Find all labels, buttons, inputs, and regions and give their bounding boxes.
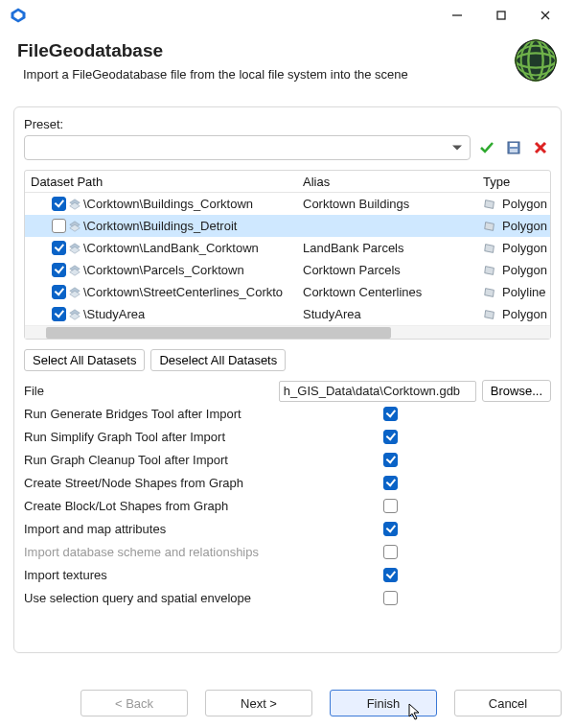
- layer-icon: [68, 242, 81, 255]
- maximize-button[interactable]: [479, 2, 523, 29]
- row-alias: Corktown Centerlines: [301, 285, 481, 299]
- option-label: Run Graph Cleanup Tool after Import: [24, 453, 228, 467]
- file-path-input[interactable]: h_GIS_Data\data\Corktown.gdb: [279, 381, 476, 402]
- row-alias: Corktown Parcels: [301, 263, 481, 277]
- browse-button[interactable]: Browse...: [482, 380, 551, 402]
- svg-marker-34: [485, 310, 494, 318]
- row-path: \Corktown\LandBank_Corktown: [83, 241, 259, 255]
- option-checkbox[interactable]: [383, 476, 398, 490]
- layer-icon: [68, 264, 81, 277]
- option-label: Create Street/Node Shapes from Graph: [24, 476, 243, 490]
- row-checkbox[interactable]: [52, 285, 66, 299]
- minimize-button[interactable]: [435, 2, 479, 29]
- option-label: Import and map attributes: [24, 522, 166, 536]
- dataset-table: Dataset Path Alias Type \Corktown\Buildi…: [24, 170, 551, 340]
- row-type: Polygon: [502, 241, 547, 255]
- dialog-header: FileGeodatabase Import a FileGeodatabase…: [0, 31, 575, 93]
- row-checkbox[interactable]: [52, 241, 66, 255]
- svg-rect-14: [510, 149, 518, 153]
- layer-icon: [68, 308, 81, 321]
- row-checkbox[interactable]: [52, 219, 66, 233]
- row-type: Polyline: [502, 285, 546, 299]
- preset-label: Preset:: [24, 117, 551, 131]
- row-type: Polygon: [502, 307, 547, 321]
- row-type: Polygon: [502, 219, 547, 233]
- option-label: Create Block/Lot Shapes from Graph: [24, 499, 228, 513]
- main-panel: Preset: Dataset Path Alias Type \Corktow…: [13, 106, 562, 653]
- cancel-button[interactable]: Cancel: [454, 690, 562, 716]
- col-header-alias[interactable]: Alias: [301, 175, 481, 189]
- preset-apply-icon[interactable]: [476, 137, 497, 158]
- preset-save-icon[interactable]: [503, 137, 524, 158]
- svg-marker-25: [485, 244, 494, 252]
- option-label: Use selection query and spatial envelope: [24, 591, 251, 605]
- horizontal-scrollbar[interactable]: [25, 325, 550, 339]
- col-header-type[interactable]: Type: [481, 175, 550, 189]
- option-checkbox[interactable]: [383, 499, 398, 513]
- option-checkbox[interactable]: [383, 430, 398, 444]
- cursor-icon: [408, 703, 422, 720]
- row-type: Polygon: [502, 197, 547, 211]
- row-path: \Corktown\Buildings_Corktown: [83, 197, 253, 211]
- row-path: \Corktown\Parcels_Corktown: [83, 263, 244, 277]
- option-label: Run Generate Bridges Tool after Import: [24, 407, 242, 421]
- geometry-icon: [483, 264, 496, 277]
- table-row[interactable]: \Corktown\LandBank_CorktownLandBank Parc…: [25, 237, 550, 259]
- row-checkbox[interactable]: [52, 307, 66, 321]
- back-button[interactable]: < Back: [80, 690, 188, 716]
- geometry-icon: [483, 286, 496, 299]
- next-button[interactable]: Next >: [205, 690, 312, 716]
- row-checkbox[interactable]: [52, 197, 66, 211]
- row-type: Polygon: [502, 263, 547, 277]
- app-icon: [10, 7, 27, 24]
- layer-icon: [68, 198, 81, 211]
- option-checkbox: [383, 545, 398, 559]
- layer-icon: [68, 286, 81, 299]
- svg-marker-19: [485, 200, 494, 208]
- table-header: Dataset Path Alias Type: [25, 171, 550, 193]
- table-row[interactable]: \Corktown\Buildings_CorktownCorktown Bui…: [25, 193, 550, 215]
- row-path: \Corktown\StreetCenterlines_Corkto: [83, 285, 283, 299]
- preset-delete-icon[interactable]: [530, 137, 551, 158]
- deselect-all-button[interactable]: Deselect All Datasets: [150, 349, 286, 371]
- option-checkbox[interactable]: [383, 522, 398, 536]
- option-label: Import textures: [24, 568, 107, 582]
- svg-rect-3: [497, 12, 505, 19]
- row-path: \StudyArea: [83, 307, 145, 321]
- geometry-icon: [483, 308, 496, 321]
- close-button[interactable]: [523, 2, 567, 29]
- option-checkbox[interactable]: [383, 407, 398, 421]
- option-label: Import database scheme and relationships: [24, 545, 259, 559]
- svg-marker-31: [485, 288, 494, 296]
- row-alias: LandBank Parcels: [301, 241, 481, 255]
- geometry-icon: [483, 198, 496, 211]
- file-label: File: [24, 384, 44, 398]
- svg-marker-22: [485, 222, 494, 230]
- table-row[interactable]: \Corktown\StreetCenterlines_CorktoCorkto…: [25, 281, 550, 303]
- geometry-icon: [483, 242, 496, 255]
- option-checkbox[interactable]: [383, 591, 398, 605]
- dialog-title: FileGeodatabase: [17, 40, 558, 61]
- row-path: \Corktown\Buildings_Detroit: [83, 219, 237, 233]
- row-checkbox[interactable]: [52, 263, 66, 277]
- geometry-icon: [483, 220, 496, 233]
- svg-marker-28: [485, 266, 494, 274]
- globe-icon: [514, 38, 558, 82]
- option-checkbox[interactable]: [383, 568, 398, 582]
- option-checkbox[interactable]: [383, 453, 398, 467]
- svg-rect-13: [510, 143, 518, 147]
- row-alias: Corktown Buildings: [301, 197, 481, 211]
- preset-combo[interactable]: [24, 135, 471, 160]
- option-label: Run Simplify Graph Tool after Import: [24, 430, 225, 444]
- wizard-footer: < Back Next > Finish Cancel: [0, 680, 575, 728]
- col-header-path[interactable]: Dataset Path: [25, 175, 301, 189]
- layer-icon: [68, 220, 81, 233]
- table-row[interactable]: \Corktown\Parcels_CorktownCorktown Parce…: [25, 259, 550, 281]
- table-row[interactable]: \Corktown\Buildings_DetroitPolygon: [25, 215, 550, 237]
- dialog-subtitle: Import a FileGeodatabase file from the l…: [23, 67, 558, 82]
- table-row[interactable]: \StudyAreaStudyAreaPolygon: [25, 303, 550, 325]
- row-alias: StudyArea: [301, 307, 481, 321]
- titlebar: [0, 0, 575, 31]
- select-all-button[interactable]: Select All Datasets: [24, 349, 145, 371]
